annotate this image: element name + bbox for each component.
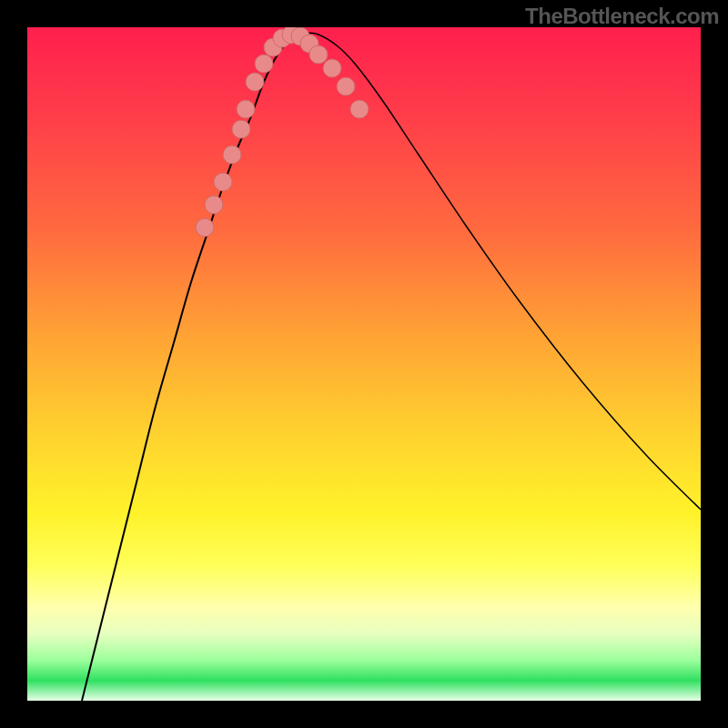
chart-container: TheBottleneck.com — [0, 0, 728, 728]
data-marker — [232, 120, 250, 138]
data-marker — [282, 27, 300, 44]
data-marker — [237, 100, 255, 118]
curve-right-branch — [305, 33, 701, 510]
data-marker — [309, 46, 328, 64]
marker-group — [196, 27, 369, 237]
data-marker — [323, 59, 341, 77]
data-marker — [205, 196, 223, 214]
data-marker — [291, 27, 309, 46]
data-marker — [300, 35, 318, 53]
curve-svg — [27, 27, 701, 701]
data-marker — [255, 55, 273, 73]
data-marker — [214, 173, 232, 191]
data-marker — [337, 77, 355, 96]
data-marker — [223, 146, 241, 164]
data-marker — [350, 100, 369, 118]
data-marker — [264, 38, 282, 56]
data-marker — [273, 29, 291, 47]
curve-left-branch — [82, 33, 305, 701]
watermark-text: TheBottleneck.com — [525, 4, 719, 29]
data-marker — [246, 73, 264, 91]
plot-area — [27, 27, 701, 701]
data-marker — [196, 218, 214, 237]
